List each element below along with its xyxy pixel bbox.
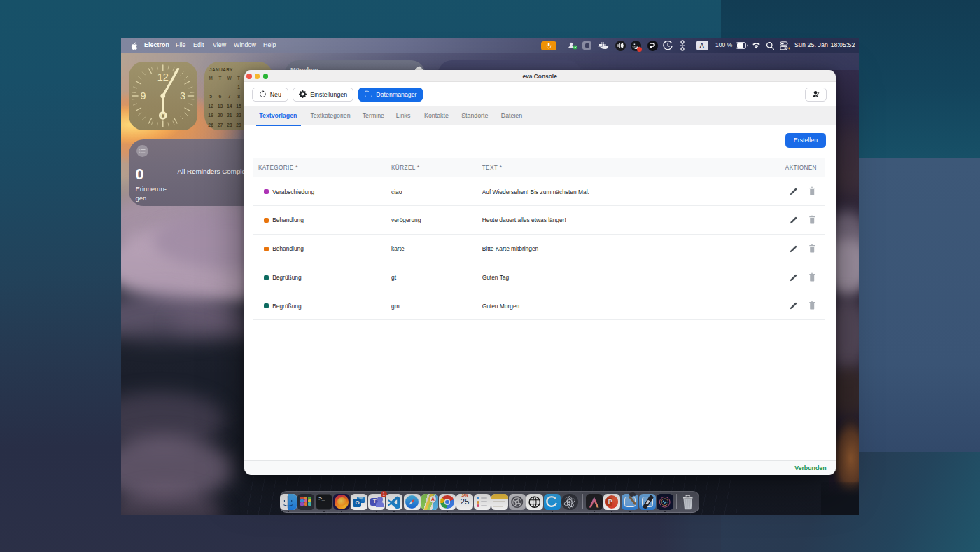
svg-text:3: 3 xyxy=(180,90,186,102)
svg-text:9: 9 xyxy=(140,90,146,102)
svg-text:12: 12 xyxy=(158,71,169,83)
